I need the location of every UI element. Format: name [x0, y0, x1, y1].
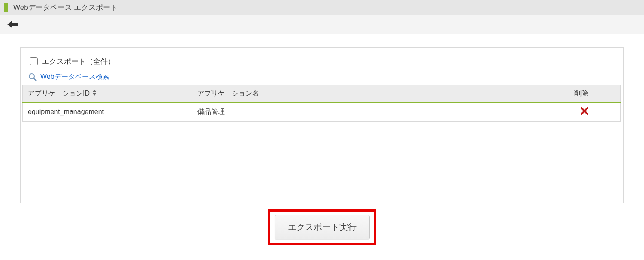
content-area: エクスポート（全件） Webデータベース検索 アプリケーションID [0, 34, 644, 249]
col-header-delete: 削除 [569, 85, 599, 102]
export-all-row: エクスポート（全件） [21, 56, 623, 72]
table-header-row: アプリケーションID アプリケーション名 [23, 85, 621, 102]
highlight-frame: エクスポート実行 [268, 209, 376, 245]
cell-spacer [599, 102, 621, 122]
col-header-spacer [599, 85, 621, 102]
col-header-app-id-label: アプリケーションID [28, 90, 90, 97]
col-header-app-id[interactable]: アプリケーションID [23, 85, 192, 102]
col-header-delete-label: 削除 [574, 90, 588, 97]
delete-row-button[interactable] [581, 107, 588, 117]
webdb-search-link[interactable]: Webデータベース検索 [40, 72, 109, 81]
title-bar: Webデータベース エクスポート [0, 0, 644, 15]
search-icon [28, 73, 37, 81]
cell-app-id: equipment_management [23, 102, 192, 122]
sort-icon [92, 90, 98, 96]
application-table: アプリケーションID アプリケーション名 [22, 85, 621, 122]
col-header-app-name[interactable]: アプリケーション名 [192, 85, 569, 102]
svg-marker-0 [7, 21, 18, 28]
panel-blank-area [21, 122, 623, 203]
cell-delete [569, 102, 599, 122]
toolbar [0, 15, 644, 34]
button-row: エクスポート実行 [20, 203, 624, 249]
back-arrow-icon [7, 20, 18, 29]
table-row: equipment_management 備品管理 [23, 102, 621, 122]
export-run-button[interactable]: エクスポート実行 [275, 215, 370, 239]
svg-marker-4 [93, 93, 96, 96]
svg-line-2 [34, 78, 36, 81]
col-header-app-name-label: アプリケーション名 [197, 90, 259, 97]
cell-app-name: 備品管理 [192, 102, 569, 122]
delete-icon [581, 107, 588, 115]
back-button[interactable] [7, 20, 18, 29]
title-accent [4, 3, 8, 12]
svg-marker-3 [93, 90, 96, 92]
search-row: Webデータベース検索 [21, 72, 623, 85]
page-title: Webデータベース エクスポート [13, 3, 118, 12]
export-all-checkbox[interactable] [30, 57, 38, 65]
export-all-label: エクスポート（全件） [42, 57, 115, 66]
export-panel: エクスポート（全件） Webデータベース検索 アプリケーションID [20, 47, 624, 203]
app-window: Webデータベース エクスポート エクスポート（全件） [0, 0, 644, 260]
